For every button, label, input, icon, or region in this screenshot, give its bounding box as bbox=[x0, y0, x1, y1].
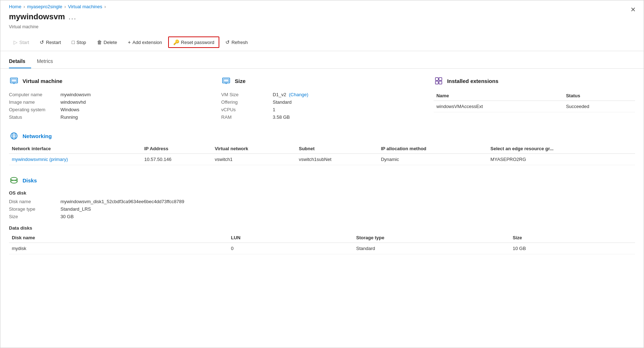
delete-button[interactable]: 🗑 Delete bbox=[92, 37, 122, 48]
breadcrumb-resource[interactable]: myasepro2single bbox=[27, 4, 62, 9]
disks-section-title[interactable]: Disks bbox=[23, 177, 37, 183]
refresh-button[interactable]: ↺ Refresh bbox=[221, 37, 253, 48]
vm-size-change-link[interactable]: (Change) bbox=[289, 92, 308, 97]
ext-status: Succeeded bbox=[563, 101, 635, 112]
table-row: mywindowsvmnic (primary) 10.57.50.146 vs… bbox=[9, 154, 635, 165]
net-col-ip: IP Address bbox=[141, 144, 212, 154]
svg-point-17 bbox=[11, 177, 17, 180]
tabs: Details Metrics bbox=[0, 51, 644, 69]
add-icon: + bbox=[128, 39, 131, 45]
key-icon: 🔑 bbox=[173, 39, 179, 45]
restart-button[interactable]: ↺ Restart bbox=[35, 37, 65, 48]
ext-col-name: Name bbox=[434, 91, 563, 101]
tab-metrics[interactable]: Metrics bbox=[37, 55, 59, 68]
kv-status: Status Running bbox=[9, 113, 210, 121]
svg-rect-10 bbox=[435, 81, 438, 84]
networking-section-title[interactable]: Networking bbox=[23, 133, 52, 139]
close-button[interactable]: ✕ bbox=[628, 5, 638, 15]
size-icon bbox=[222, 77, 230, 85]
data-disk-storage-type: Standard bbox=[353, 243, 510, 254]
size-section-title: Size bbox=[235, 78, 245, 84]
data-disk-col-lun: LUN bbox=[228, 233, 353, 243]
net-col-vnet: Virtual network bbox=[212, 144, 296, 154]
data-disk-col-size: Size bbox=[510, 233, 635, 243]
svg-rect-8 bbox=[435, 78, 438, 80]
restart-label: Restart bbox=[46, 40, 61, 45]
kv-vcpus: vCPUs 1 bbox=[221, 106, 423, 113]
data-disk-size: 10 GB bbox=[510, 243, 635, 254]
net-col-subnet: Subnet bbox=[296, 144, 378, 154]
extensions-section-title: Installed extensions bbox=[447, 78, 498, 84]
tab-details[interactable]: Details bbox=[9, 55, 31, 68]
kv-storage-type: Storage type Standard_LRS bbox=[9, 205, 635, 213]
extensions-icon bbox=[434, 77, 443, 85]
add-extension-button[interactable]: + Add extension bbox=[123, 37, 167, 48]
networking-icon bbox=[10, 132, 18, 140]
breadcrumb-sep-2: › bbox=[64, 4, 66, 9]
kv-offering: Offering Standard bbox=[221, 98, 423, 106]
svg-rect-9 bbox=[439, 78, 442, 80]
net-col-interface: Network interface bbox=[9, 144, 141, 154]
net-allocation: Dynamic bbox=[378, 154, 488, 165]
net-col-edge: Select an edge resource gr... bbox=[488, 144, 635, 154]
reset-password-button[interactable]: 🔑 Reset password bbox=[168, 36, 219, 48]
table-row: windowsVMAccessExt Succeeded bbox=[434, 101, 635, 112]
page-subtitle: Virtual machine bbox=[0, 24, 644, 34]
networking-section: Networking Network interface IP Address … bbox=[9, 131, 635, 165]
disks-icon bbox=[10, 176, 18, 185]
stop-icon: □ bbox=[72, 39, 74, 45]
delete-icon: 🗑 bbox=[97, 39, 102, 45]
extensions-section: Installed extensions Name Status windows… bbox=[434, 76, 635, 121]
networking-table: Network interface IP Address Virtual net… bbox=[9, 144, 635, 165]
vm-section-title: Virtual machine bbox=[23, 78, 62, 84]
breadcrumb: Home › myasepro2single › Virtual machine… bbox=[0, 0, 644, 11]
more-options-button[interactable]: ... bbox=[68, 13, 77, 21]
main-content: Virtual machine Computer name mywindowsv… bbox=[0, 69, 644, 269]
kv-vm-size: VM Size D1_v2 (Change) bbox=[221, 91, 423, 98]
net-interface[interactable]: mywindowsvmnic (primary) bbox=[9, 154, 141, 165]
close-icon: ✕ bbox=[630, 6, 636, 14]
toolbar: ▷ Start ↺ Restart □ Stop 🗑 Delete + Add … bbox=[0, 34, 644, 51]
add-extension-label: Add extension bbox=[132, 40, 162, 45]
net-col-allocation: IP allocation method bbox=[378, 144, 488, 154]
vm-icon bbox=[10, 77, 18, 85]
start-icon: ▷ bbox=[14, 39, 18, 45]
breadcrumb-sep-1: › bbox=[24, 4, 25, 9]
svg-rect-1 bbox=[11, 79, 16, 82]
kv-computer-name: Computer name mywindowsvm bbox=[9, 91, 210, 98]
breadcrumb-sep-3: › bbox=[104, 4, 106, 9]
data-disk-col-name: Disk name bbox=[9, 233, 228, 243]
svg-point-20 bbox=[11, 180, 17, 183]
net-vnet: vswitch1 bbox=[212, 154, 296, 165]
start-button[interactable]: ▷ Start bbox=[9, 37, 34, 48]
stop-label: Stop bbox=[77, 40, 86, 45]
start-label: Start bbox=[19, 40, 29, 45]
svg-rect-5 bbox=[224, 79, 229, 82]
stop-button[interactable]: □ Stop bbox=[67, 37, 91, 48]
ext-name: windowsVMAccessExt bbox=[434, 101, 563, 112]
net-ip: 10.57.50.146 bbox=[141, 154, 212, 165]
breadcrumb-home[interactable]: Home bbox=[9, 4, 21, 9]
kv-image-name: Image name windowsvhd bbox=[9, 98, 210, 106]
kv-ram: RAM 3.58 GB bbox=[221, 113, 423, 121]
title-section: mywindowsvm ... bbox=[0, 11, 644, 24]
breadcrumb-vms[interactable]: Virtual machines bbox=[68, 4, 102, 9]
kv-os: Operating system Windows bbox=[9, 106, 210, 113]
kv-disk-name: Disk name mywindowsvm_disk1_52cbdf3ca963… bbox=[9, 198, 635, 205]
reset-password-label: Reset password bbox=[181, 40, 214, 45]
svg-rect-11 bbox=[439, 81, 442, 84]
refresh-icon: ↺ bbox=[225, 39, 230, 45]
os-disk-subtitle: OS disk bbox=[9, 190, 635, 196]
table-row: mydisk 0 Standard 10 GB bbox=[9, 243, 635, 254]
extensions-table: Name Status windowsVMAccessExt Succeeded bbox=[434, 91, 635, 112]
kv-disk-size: Size 30 GB bbox=[9, 213, 635, 220]
restart-icon: ↺ bbox=[40, 39, 44, 45]
refresh-label: Refresh bbox=[231, 40, 248, 45]
data-disks-subtitle: Data disks bbox=[9, 225, 635, 231]
data-disk-name: mydisk bbox=[9, 243, 228, 254]
data-disk-col-storage: Storage type bbox=[353, 233, 510, 243]
size-section: Size VM Size D1_v2 (Change) Offering Sta… bbox=[221, 76, 423, 121]
data-disks-table: Disk name LUN Storage type Size mydisk 0… bbox=[9, 233, 635, 254]
disks-section: Disks OS disk Disk name mywindowsvm_disk… bbox=[9, 175, 635, 254]
vm-section: Virtual machine Computer name mywindowsv… bbox=[9, 76, 210, 121]
